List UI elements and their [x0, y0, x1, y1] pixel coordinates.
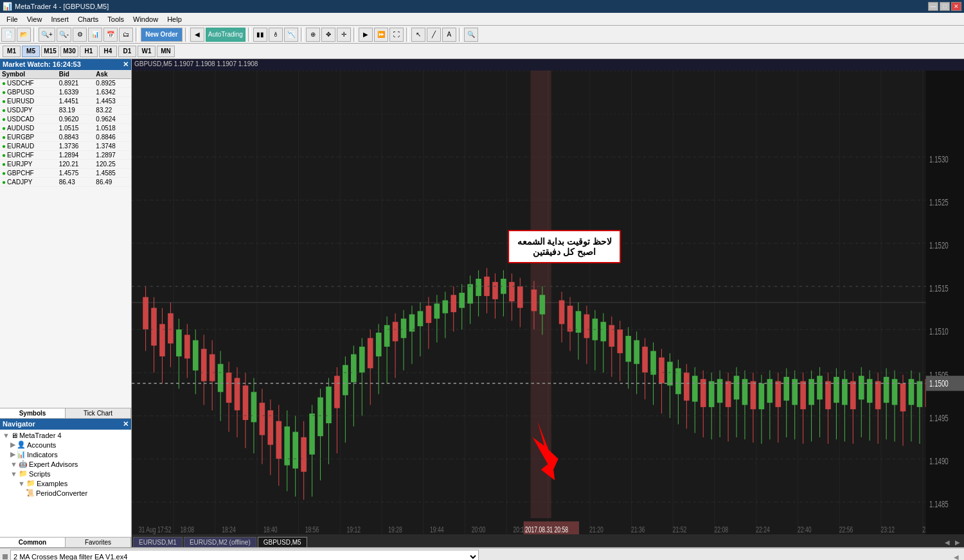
svg-rect-53: [343, 365, 348, 395]
symbol-cell: ●USDJPY: [0, 106, 57, 115]
symbol-cell: ●USDCHF: [0, 79, 57, 88]
svg-rect-154: [775, 381, 781, 407]
market-watch-row[interactable]: ●USDCAD 0.9620 0.9624: [0, 115, 131, 124]
market-watch-row[interactable]: ●EURGBP 0.8843 0.8846: [0, 133, 131, 142]
svg-rect-108: [584, 314, 590, 338]
svg-rect-51: [334, 376, 340, 408]
candle-btn[interactable]: 🕯: [269, 28, 283, 42]
forward-btn[interactable]: ⏩: [374, 28, 388, 42]
scroll-left-icon[interactable]: ◀: [942, 538, 952, 547]
menu-view[interactable]: View: [23, 14, 46, 24]
charts-btn[interactable]: 🗂: [119, 28, 133, 42]
nav-item-scripts[interactable]: ▼ 📁 Scripts: [1, 469, 130, 478]
market-watch-row[interactable]: ●EURAUD 1.3736 1.3748: [0, 142, 131, 151]
nav-tab-common[interactable]: Common: [0, 538, 66, 547]
nav-item-accounts[interactable]: ▶ 👤 Accounts: [1, 440, 130, 450]
nav-label-root: MetaTrader 4: [19, 432, 62, 439]
market-watch-row[interactable]: ●CADJPY 86.43 86.49: [0, 178, 131, 187]
periods-btn[interactable]: 📅: [103, 28, 118, 42]
market-watch-row[interactable]: ●EURUSD 1.4451 1.4453: [0, 97, 131, 106]
chart-canvas[interactable]: 31 Aug 17:52 18:08 18:24 18:40 18:56 19:…: [132, 71, 964, 534]
svg-rect-21: [210, 354, 215, 381]
period-btn-m15[interactable]: M15: [41, 46, 59, 57]
zoom-out-btn[interactable]: 🔍-: [57, 28, 71, 42]
market-watch-row[interactable]: ●AUDUSD 1.0515 1.0518: [0, 124, 131, 133]
text-btn[interactable]: A: [442, 28, 456, 42]
nav-item-period-converter[interactable]: 📜 PeriodConverter: [1, 488, 130, 498]
line-study-btn[interactable]: ╱: [427, 28, 441, 42]
ask-cell: 0.9624: [94, 115, 131, 124]
zoom-in-btn[interactable]: 🔍+: [39, 28, 55, 42]
chart-tab-eurusd-m2[interactable]: EURUSD,M2 (offline): [184, 537, 256, 547]
open-btn[interactable]: 📂: [17, 28, 31, 42]
line-btn[interactable]: 📉: [284, 28, 298, 42]
market-watch-row[interactable]: ●GBPUSD 1.6339 1.6342: [0, 88, 131, 97]
svg-rect-114: [609, 325, 614, 347]
fullscreen-btn[interactable]: ⛶: [389, 28, 404, 42]
ea-icon: 🤖: [19, 460, 28, 468]
market-watch-close-icon[interactable]: ✕: [123, 60, 129, 69]
market-watch-row[interactable]: ●EURCHF 1.2894 1.2897: [0, 151, 131, 160]
market-watch-row[interactable]: ●EURJPY 120.21 120.25: [0, 160, 131, 169]
properties-btn[interactable]: ⚙: [73, 28, 87, 42]
new-order-btn[interactable]: New Order: [141, 28, 183, 42]
bar-chart-btn[interactable]: ▮▮: [253, 28, 267, 42]
side-panel-toggle[interactable]: ◀: [951, 554, 961, 561]
close-button[interactable]: ✕: [951, 2, 961, 11]
chart-tab-eurusd-m1[interactable]: EURUSD,M1: [133, 537, 183, 547]
crosshair-btn[interactable]: ✛: [337, 28, 351, 42]
nav-item-root[interactable]: ▼ 🖥 MetaTrader 4: [1, 431, 130, 440]
play-btn[interactable]: ▶: [359, 28, 373, 42]
period-btn-w1[interactable]: W1: [138, 46, 156, 57]
period-btn-m5[interactable]: M5: [22, 46, 40, 57]
svg-text:19:28: 19:28: [388, 525, 402, 534]
menu-tools[interactable]: Tools: [103, 14, 128, 24]
tab-tick-chart[interactable]: Tick Chart: [66, 408, 131, 418]
period-btn-m1[interactable]: M1: [3, 46, 21, 57]
new-chart-btn[interactable]: 📄: [1, 28, 15, 42]
back-btn[interactable]: ◀: [190, 28, 204, 42]
navigator: Navigator ✕ ▼ 🖥 MetaTrader 4 ▶ 👤 Account…: [0, 419, 131, 547]
period-btn-h4[interactable]: H4: [99, 46, 117, 57]
minimize-button[interactable]: —: [928, 2, 938, 11]
period-btn-h1[interactable]: H1: [80, 46, 98, 57]
menu-help[interactable]: Help: [163, 14, 186, 24]
market-watch-header: Market Watch: 16:24:53 ✕: [0, 59, 131, 70]
market-watch-row[interactable]: ●USDCHF 0.8921 0.8925: [0, 79, 131, 88]
chart-tab-gbpusd-m5[interactable]: GBPUSD,M5: [258, 537, 307, 547]
autotrading-btn[interactable]: AutoTrading: [206, 28, 245, 42]
nav-label-accounts: Accounts: [27, 441, 56, 449]
market-watch-row[interactable]: ●GBPCHF 1.4575 1.4585: [0, 169, 131, 178]
tab-symbols[interactable]: Symbols: [0, 408, 66, 418]
nav-item-indicators[interactable]: ▶ 📊 Indicators: [1, 450, 130, 459]
ea-selector-dropdown[interactable]: 2 MA Crosses Mega filter EA V1.ex4: [10, 550, 479, 560]
menu-insert[interactable]: Insert: [47, 14, 73, 24]
scroll-right-icon[interactable]: ▶: [952, 538, 963, 547]
navigator-close-icon[interactable]: ✕: [123, 420, 129, 428]
svg-text:1.1490: 1.1490: [929, 456, 949, 467]
indicators-btn[interactable]: 📊: [88, 28, 102, 42]
magnify-btn[interactable]: ⊕: [306, 28, 320, 42]
cursor-btn[interactable]: ↖: [411, 28, 425, 42]
menu-charts[interactable]: Charts: [74, 14, 102, 24]
svg-rect-83: [467, 284, 473, 303]
market-watch-title: Market Watch: 16:24:53: [3, 60, 81, 69]
menu-file[interactable]: File: [3, 14, 22, 24]
symbol-cell: ●EURCHF: [0, 151, 57, 160]
nav-tab-favorites[interactable]: Favorites: [66, 538, 131, 547]
symbol-cell: ●EURAUD: [0, 142, 57, 151]
nav-item-expert-advisors[interactable]: ▼ 🤖 Expert Advisors: [1, 459, 130, 469]
period-btn-d1[interactable]: D1: [118, 46, 136, 57]
period-btn-mn[interactable]: MN: [157, 46, 175, 57]
svg-rect-17: [193, 340, 199, 371]
period-btn-m30[interactable]: M30: [60, 46, 78, 57]
symbol-cell: ●EURJPY: [0, 160, 57, 169]
svg-text:1.1510: 1.1510: [929, 326, 949, 337]
svg-rect-180: [884, 377, 889, 403]
market-watch-row[interactable]: ●USDJPY 83.19 83.22: [0, 106, 131, 115]
nav-item-examples[interactable]: ▼ 📁 Examples: [1, 478, 130, 488]
search-icon[interactable]: 🔍: [464, 28, 478, 42]
menu-window[interactable]: Window: [129, 14, 162, 24]
move-btn[interactable]: ✥: [321, 28, 335, 42]
maximize-button[interactable]: □: [940, 2, 950, 11]
